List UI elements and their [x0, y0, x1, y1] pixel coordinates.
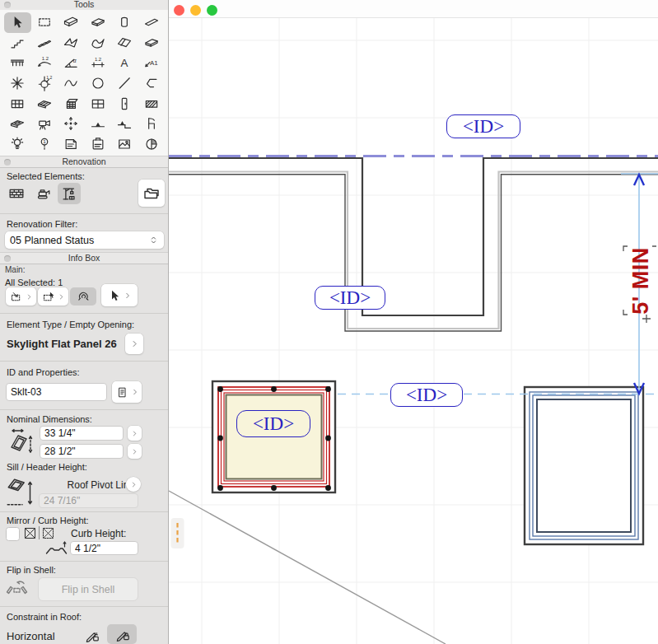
- infobox-panel-header[interactable]: Info Box: [0, 252, 168, 264]
- mirror-checkbox[interactable]: [6, 527, 20, 541]
- collapse-dot-icon[interactable]: [4, 2, 11, 8]
- tool-shell[interactable]: [58, 33, 85, 54]
- tool-mesh[interactable]: [31, 93, 58, 114]
- constraint-locked-button[interactable]: [107, 624, 137, 644]
- sill-header-height-label: Sill / Header Height:: [7, 462, 87, 472]
- id-tag-dimension[interactable]: <ID>: [390, 383, 463, 407]
- pencil-lock-icon: [114, 626, 131, 643]
- tool-worksheet[interactable]: [85, 134, 112, 155]
- cursor-icon: [107, 288, 122, 303]
- tool-roof[interactable]: [111, 33, 138, 54]
- tool-dimension-curved[interactable]: [31, 53, 58, 73]
- tool-door[interactable]: [111, 93, 138, 114]
- tool-change[interactable]: [138, 134, 166, 155]
- new-elements-button[interactable]: [58, 183, 81, 204]
- nominal-width-input[interactable]: [40, 426, 124, 441]
- arrow-marquee-mode-button[interactable]: [6, 287, 36, 306]
- tool-detail[interactable]: [58, 134, 85, 155]
- tool-line[interactable]: [111, 73, 138, 94]
- tool-ramp[interactable]: [31, 33, 58, 54]
- chevron-right-icon: [130, 339, 139, 348]
- tool-level-step[interactable]: [111, 114, 138, 134]
- sill-anchor-button[interactable]: [126, 477, 141, 492]
- chevron-right-icon: [131, 448, 138, 455]
- height-options-button[interactable]: [128, 444, 142, 459]
- flip-in-shell-button[interactable]: Flip in Shell: [38, 577, 138, 601]
- properties-button[interactable]: [112, 381, 142, 403]
- renovation-panel-header[interactable]: Renovation: [0, 156, 168, 168]
- tool-dimension[interactable]: [85, 53, 112, 73]
- existing-elements-button[interactable]: [5, 183, 28, 204]
- tool-stair[interactable]: [4, 33, 31, 54]
- tool-slab[interactable]: [85, 12, 112, 33]
- diagonal-line[interactable]: [169, 491, 446, 644]
- roof-edge-inner-dark-line[interactable]: [169, 175, 658, 331]
- renovation-filter-select[interactable]: 05 Planned Status: [5, 231, 164, 249]
- tool-section-marker[interactable]: [31, 134, 58, 155]
- element-type-label: Element Type / Empty Opening:: [7, 320, 134, 329]
- element-id-input[interactable]: [6, 383, 107, 401]
- curb-height-label: Curb Height:: [71, 528, 126, 539]
- tool-slab-tilted[interactable]: [138, 33, 166, 54]
- selected-elements-label: Selected Elements:: [7, 171, 85, 181]
- close-button[interactable]: [174, 5, 184, 16]
- marquee-arrow-icon: [10, 290, 24, 304]
- id-tag-top[interactable]: <ID>: [446, 114, 520, 138]
- minimize-button[interactable]: [190, 5, 201, 16]
- tool-label[interactable]: [138, 53, 166, 73]
- collapse-dot-icon[interactable]: [4, 159, 11, 166]
- roof-edge-outer-line[interactable]: [169, 158, 658, 315]
- id-tag-skylight[interactable]: <ID>: [236, 410, 310, 437]
- tool-morph[interactable]: [58, 93, 85, 114]
- renovation-filter-value: 05 Planned Status: [10, 235, 94, 246]
- tool-text[interactable]: [111, 53, 138, 73]
- element-type-chooser-button[interactable]: [125, 334, 143, 354]
- tool-window[interactable]: [85, 93, 112, 114]
- tool-hotspot[interactable]: [4, 73, 31, 94]
- tool-wall[interactable]: [58, 12, 85, 33]
- window-titlebar[interactable]: [169, 0, 658, 18]
- tool-fill[interactable]: [138, 93, 166, 114]
- tool-camera[interactable]: [31, 114, 58, 134]
- tool-railing[interactable]: [4, 53, 31, 73]
- tool-object[interactable]: [138, 114, 166, 134]
- tool-beam[interactable]: [138, 12, 166, 33]
- tool-arrow[interactable]: [4, 12, 31, 33]
- tool-opening[interactable]: [4, 114, 31, 134]
- tool-marquee[interactable]: [31, 12, 58, 33]
- tool-spline[interactable]: [58, 73, 85, 94]
- tool-grid: [4, 12, 165, 154]
- quick-selection-button[interactable]: [38, 287, 68, 306]
- tool-shell-curved[interactable]: [85, 33, 112, 54]
- tool-grid-element[interactable]: [31, 73, 58, 94]
- constraint-in-roof-label: Constraint in Roof:: [7, 612, 82, 622]
- tool-drawing[interactable]: [111, 134, 138, 155]
- tool-column[interactable]: [111, 12, 138, 33]
- magnet-toggle-button[interactable]: [70, 287, 96, 306]
- divider: [0, 313, 168, 314]
- width-options-button[interactable]: [128, 426, 142, 441]
- collapse-dot-icon[interactable]: [4, 255, 11, 262]
- curb-height-input[interactable]: [70, 541, 138, 555]
- tool-angle-dimension[interactable]: [58, 53, 85, 73]
- tool-polyline[interactable]: [138, 73, 166, 94]
- tool-curtain-wall[interactable]: [4, 93, 31, 114]
- nominal-height-input[interactable]: [40, 444, 124, 459]
- demolished-elements-button[interactable]: [31, 183, 54, 204]
- tool-lamp[interactable]: [4, 134, 31, 155]
- dimension-text[interactable]: 5' MIN: [628, 247, 654, 314]
- constraint-unlocked-button[interactable]: [78, 626, 105, 644]
- divider: [0, 561, 168, 562]
- skylight-right[interactable]: [525, 387, 643, 544]
- arrow-tool-button[interactable]: [101, 284, 138, 306]
- zoom-button[interactable]: [207, 5, 217, 16]
- renovation-filter-options-button[interactable]: [138, 180, 165, 207]
- infobox-panel-title: Info Box: [68, 253, 100, 263]
- tool-level-dimension[interactable]: [85, 114, 112, 134]
- mirror-alt-state-icon: [41, 526, 55, 540]
- divider: [0, 606, 168, 607]
- tool-circle[interactable]: [85, 73, 112, 94]
- palette-grip[interactable]: [171, 518, 184, 548]
- id-tag-middle[interactable]: <ID>: [315, 286, 385, 310]
- tool-move-marker[interactable]: [58, 114, 85, 134]
